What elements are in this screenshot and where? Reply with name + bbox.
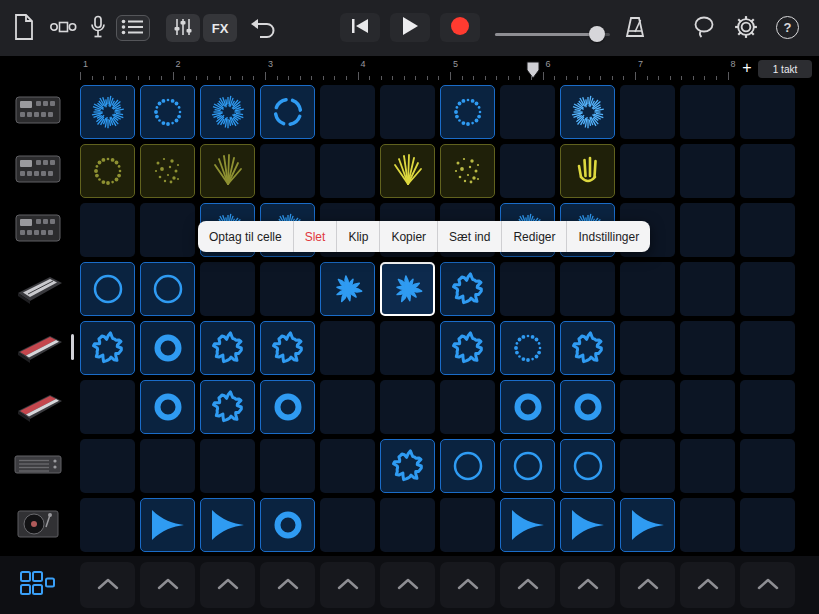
loop-cell-filled-r8c8[interactable]: [500, 498, 555, 552]
play-button[interactable]: [390, 13, 430, 42]
loop-cell-empty-r8c7[interactable]: [440, 498, 495, 552]
column-trigger-10[interactable]: [620, 562, 675, 608]
column-trigger-2[interactable]: [140, 562, 195, 608]
loop-cell-empty-r5c12[interactable]: [740, 321, 795, 375]
loop-cell-empty-r8c1[interactable]: [80, 498, 135, 552]
playhead-marker[interactable]: [526, 61, 540, 79]
loop-cell-filled-r2c9[interactable]: [560, 144, 615, 198]
loop-cell-empty-r5c5[interactable]: [320, 321, 375, 375]
loop-cell-empty-r6c1[interactable]: [80, 380, 135, 434]
loop-cell-filled-r2c7[interactable]: [440, 144, 495, 198]
loop-cell-filled-r5c2[interactable]: [140, 321, 195, 375]
loop-cell-filled-r2c6[interactable]: [380, 144, 435, 198]
context-menu-item-klip[interactable]: Klip: [336, 221, 379, 252]
column-trigger-6[interactable]: [380, 562, 435, 608]
cell-edit-mode-button[interactable]: [16, 567, 60, 603]
mic-button[interactable]: [84, 14, 112, 42]
loop-cell-empty-r1c10[interactable]: [620, 85, 675, 139]
loop-cell-filled-r6c2[interactable]: [140, 380, 195, 434]
context-menu-item-rediger[interactable]: Rediger: [501, 221, 566, 252]
loop-cell-filled-r6c8[interactable]: [500, 380, 555, 434]
loop-cell-filled-r5c8[interactable]: [500, 321, 555, 375]
track-header-8-turntable[interactable]: [0, 498, 76, 552]
loop-cell-empty-r8c11[interactable]: [680, 498, 735, 552]
loop-cell-filled-r1c1[interactable]: [80, 85, 135, 139]
context-menu-item-optag-til-celle[interactable]: Optag til celle: [198, 221, 293, 252]
loop-cell-filled-r8c2[interactable]: [140, 498, 195, 552]
loop-cell-empty-r1c8[interactable]: [500, 85, 555, 139]
loop-cell-empty-r8c5[interactable]: [320, 498, 375, 552]
loop-cell-filled-r8c4[interactable]: [260, 498, 315, 552]
loop-cell-empty-r7c11[interactable]: [680, 439, 735, 493]
loop-cell-filled-r4c2[interactable]: [140, 262, 195, 316]
column-trigger-5[interactable]: [320, 562, 375, 608]
loop-cell-filled-r1c7[interactable]: [440, 85, 495, 139]
loop-cell-filled-r1c2[interactable]: [140, 85, 195, 139]
loop-cell-filled-r5c3[interactable]: [200, 321, 255, 375]
add-column-button[interactable]: +: [738, 59, 756, 77]
loop-cell-empty-r1c6[interactable]: [380, 85, 435, 139]
loop-browser-button[interactable]: [691, 15, 717, 41]
loop-cell-empty-r7c12[interactable]: [740, 439, 795, 493]
tracks-view-button[interactable]: [116, 15, 150, 41]
loop-cell-filled-r4c5[interactable]: [320, 262, 375, 316]
column-trigger-11[interactable]: [680, 562, 735, 608]
settings-button[interactable]: [733, 15, 759, 41]
loop-cell-empty-r6c5[interactable]: [320, 380, 375, 434]
loop-cell-empty-r7c2[interactable]: [140, 439, 195, 493]
loop-cell-empty-r5c11[interactable]: [680, 321, 735, 375]
track-header-4-synth-keyboard[interactable]: [0, 262, 76, 316]
loop-cell-empty-r5c10[interactable]: [620, 321, 675, 375]
column-trigger-9[interactable]: [560, 562, 615, 608]
context-menu-item-indstillinger[interactable]: Indstillinger: [566, 221, 650, 252]
loop-cell-filled-r8c9[interactable]: [560, 498, 615, 552]
loop-cell-empty-r2c5[interactable]: [320, 144, 375, 198]
time-ruler[interactable]: + 1 takt 12345678: [0, 57, 819, 84]
loop-cell-empty-r5c6[interactable]: [380, 321, 435, 375]
loop-cell-filled-r1c3[interactable]: [200, 85, 255, 139]
loop-cell-filled-r7c8[interactable]: [500, 439, 555, 493]
loop-cell-empty-r4c9[interactable]: [560, 262, 615, 316]
help-button[interactable]: ?: [776, 16, 799, 39]
loop-cell-empty-r6c10[interactable]: [620, 380, 675, 434]
column-trigger-3[interactable]: [200, 562, 255, 608]
track-header-6-red-keyboard[interactable]: [0, 380, 76, 434]
record-button[interactable]: [440, 13, 480, 42]
volume-slider-knob[interactable]: [589, 26, 605, 42]
loop-cell-empty-r6c7[interactable]: [440, 380, 495, 434]
loop-cell-filled-r7c7[interactable]: [440, 439, 495, 493]
loop-cell-empty-r2c11[interactable]: [680, 144, 735, 198]
loop-cell-filled-r7c6[interactable]: [380, 439, 435, 493]
track-header-2-drum-machine[interactable]: [0, 144, 76, 198]
track-header-5-red-keyboard[interactable]: [0, 321, 76, 375]
loop-cell-filled-r6c4[interactable]: [260, 380, 315, 434]
loop-cell-filled-r1c9[interactable]: [560, 85, 615, 139]
metronome-button[interactable]: [622, 15, 648, 42]
loop-cell-filled-r6c9[interactable]: [560, 380, 615, 434]
documents-button[interactable]: [10, 14, 38, 42]
loop-cell-empty-r1c11[interactable]: [680, 85, 735, 139]
loop-cell-empty-r7c4[interactable]: [260, 439, 315, 493]
loop-cell-empty-r4c8[interactable]: [500, 262, 555, 316]
column-trigger-1[interactable]: [80, 562, 135, 608]
context-menu-item-s-t-ind[interactable]: Sæt ind: [437, 221, 501, 252]
loop-cell-filled-r5c9[interactable]: [560, 321, 615, 375]
undo-button[interactable]: [248, 16, 278, 42]
loop-cell-filled-r4c6[interactable]: [380, 262, 435, 316]
loop-cell-empty-r3c11[interactable]: [680, 203, 735, 257]
loop-cell-empty-r8c12[interactable]: [740, 498, 795, 552]
fx-button[interactable]: FX: [203, 14, 237, 42]
context-menu-item-kopier[interactable]: Kopier: [379, 221, 437, 252]
loop-cell-empty-r4c10[interactable]: [620, 262, 675, 316]
loop-cell-filled-r2c1[interactable]: [80, 144, 135, 198]
track-header-3-drum-machine[interactable]: [0, 203, 76, 257]
cell-length-button[interactable]: 1 takt: [758, 60, 812, 78]
loop-cell-filled-r4c7[interactable]: [440, 262, 495, 316]
loop-cell-empty-r6c11[interactable]: [680, 380, 735, 434]
context-menu-item-slet[interactable]: Slet: [293, 221, 337, 252]
column-trigger-12[interactable]: [740, 562, 795, 608]
loop-cell-empty-r4c3[interactable]: [200, 262, 255, 316]
loop-cell-filled-r8c3[interactable]: [200, 498, 255, 552]
loop-cell-empty-r7c10[interactable]: [620, 439, 675, 493]
loop-cell-empty-r2c8[interactable]: [500, 144, 555, 198]
